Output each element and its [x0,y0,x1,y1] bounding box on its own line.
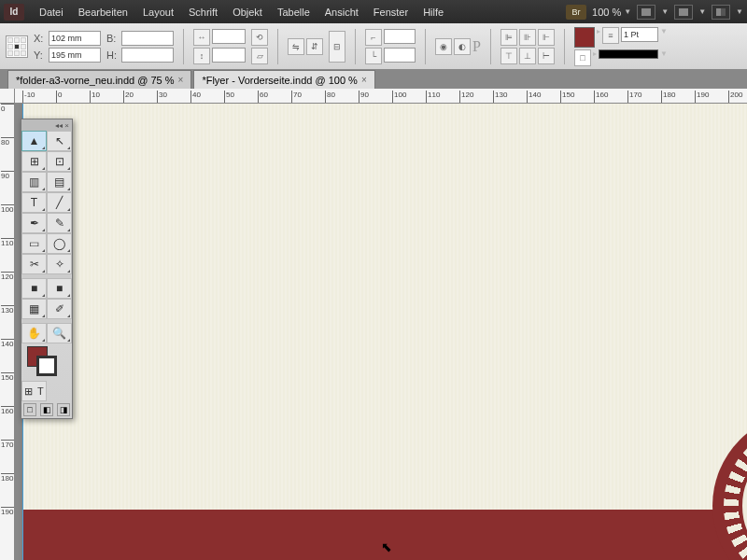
tool-12[interactable]: ✂ [21,254,47,274]
stroke-style[interactable] [599,49,658,59]
tool-1[interactable]: ↖ [47,131,72,151]
control-bar: X:102 mm Y:195 mm B: H: ↔↕ ⟲▱ ⇋⇵ ⊟ ⌐└ ◉◐… [0,23,747,70]
bridge-icon[interactable]: Br [566,5,586,20]
ruler-horizontal[interactable]: -100102030405060708090100110120130140150… [15,89,747,104]
close-icon[interactable]: × [178,75,184,85]
view-mode-btn[interactable]: □ [23,403,36,416]
w-field[interactable] [121,31,174,46]
shear-icon[interactable]: ▱ [251,48,268,64]
app-badge-icon: Id [4,4,24,21]
view-mode-btn[interactable]: ◨ [57,403,70,416]
tool-0[interactable]: ▲ [21,131,47,151]
canvas[interactable] [15,104,747,560]
workarea: -100102030405060708090100110120130140150… [0,89,747,560]
tool-16[interactable]: ▦ [21,299,47,319]
view-mode-icon[interactable] [637,5,655,20]
menu-hilfe[interactable]: Hilfe [416,3,451,21]
view-mode-row: □◧◨ [21,401,72,418]
w-label: B: [106,33,120,44]
tool-17[interactable]: ✐ [47,299,72,319]
close-icon[interactable]: × [361,75,367,85]
fill-stroke-proxy[interactable] [21,343,72,381]
ruler-origin[interactable] [0,89,15,104]
ruler-vertical[interactable]: 08090100110120130140150160170180190 [0,104,15,560]
scale-x-icon[interactable]: ↔ [193,29,210,46]
tool-4[interactable]: ▥ [21,172,47,192]
x-field[interactable]: 102 mm [49,31,101,46]
menu-datei[interactable]: Datei [32,3,71,21]
constrain-icon[interactable]: ⊟ [329,31,345,63]
stroke-swatch[interactable]: □ [574,49,591,66]
reference-point[interactable] [6,35,28,58]
flip-v-icon[interactable]: ⇵ [306,38,323,55]
document-tab[interactable]: *folder-a3-vorne_neu.indd @ 75 %× [7,70,191,89]
tool-5[interactable]: ▤ [47,172,72,192]
h-field[interactable] [121,48,174,63]
arrange-icon[interactable] [712,5,730,20]
format-btn[interactable]: ⊞ [24,385,33,398]
fill-swatch[interactable] [574,27,595,48]
tool-19[interactable]: 🔍 [47,323,72,343]
tool-7[interactable]: ╱ [47,192,72,213]
tool-9[interactable]: ✎ [47,213,72,233]
chevron-down-icon: ▼ [624,7,631,16]
menu-schrift[interactable]: Schrift [181,3,225,21]
medal-shape[interactable] [712,413,747,560]
menubar: Id DateiBearbeitenLayoutSchriftObjektTab… [0,0,747,23]
menu-tabelle[interactable]: Tabelle [270,3,317,21]
tool-11[interactable]: ◯ [47,233,72,254]
tool-10[interactable]: ▭ [21,233,47,254]
tool-15[interactable]: ■ [47,278,72,299]
tool-8[interactable]: ✒ [21,213,47,233]
tool-18[interactable]: ✋ [21,323,47,343]
document-tab[interactable]: *Flyer - Vorderseite.indd @ 100 %× [193,70,374,89]
tool-2[interactable]: ⊞ [21,151,47,172]
x-label: X: [34,33,47,44]
tool-6[interactable]: T [21,192,47,213]
y-field[interactable]: 195 mm [49,48,101,63]
screen-mode-icon[interactable] [674,5,693,20]
panel-grip[interactable]: ◂◂× [21,119,72,131]
document-tabs: *folder-a3-vorne_neu.indd @ 75 %×*Flyer … [0,70,747,89]
menu-bearbeiten[interactable]: Bearbeiten [71,3,135,21]
page[interactable] [22,104,747,560]
rotate-icon[interactable]: ⟲ [251,29,268,46]
y-label: Y: [34,49,47,61]
stroke-weight-field[interactable]: 1 Pt [621,27,658,42]
format-row: ⊞T [21,381,47,401]
scale-y-icon[interactable]: ↕ [193,48,210,64]
red-band-shape[interactable] [23,510,747,560]
tools-panel: ◂◂× ▲↖⊞⊡▥▤T╱✒✎▭◯✂✧■■▦✐✋🔍⊞T□◧◨ [21,119,73,419]
tool-3[interactable]: ⊡ [47,151,72,172]
character-icon[interactable]: P [472,38,481,55]
h-label: H: [106,49,120,61]
tool-13[interactable]: ✧ [47,254,72,274]
zoom-level[interactable]: 100 %▼ [592,7,631,18]
tool-14[interactable]: ■ [21,278,47,299]
view-mode-btn[interactable]: ◧ [40,403,53,416]
menu-layout[interactable]: Layout [135,3,181,21]
format-btn[interactable]: T [37,385,44,397]
wrap-icon[interactable]: ◉ [435,38,452,55]
close-icon: × [64,121,69,130]
menu-fenster[interactable]: Fenster [366,3,416,21]
stroke-weight-icon: ≡ [602,27,619,44]
align-icon[interactable]: ⊫ [500,29,517,46]
flip-h-icon[interactable]: ⇋ [288,38,304,55]
menu-objekt[interactable]: Objekt [225,3,270,21]
corner-icon[interactable]: ⌐ [365,29,382,46]
menu-ansicht[interactable]: Ansicht [317,3,366,21]
